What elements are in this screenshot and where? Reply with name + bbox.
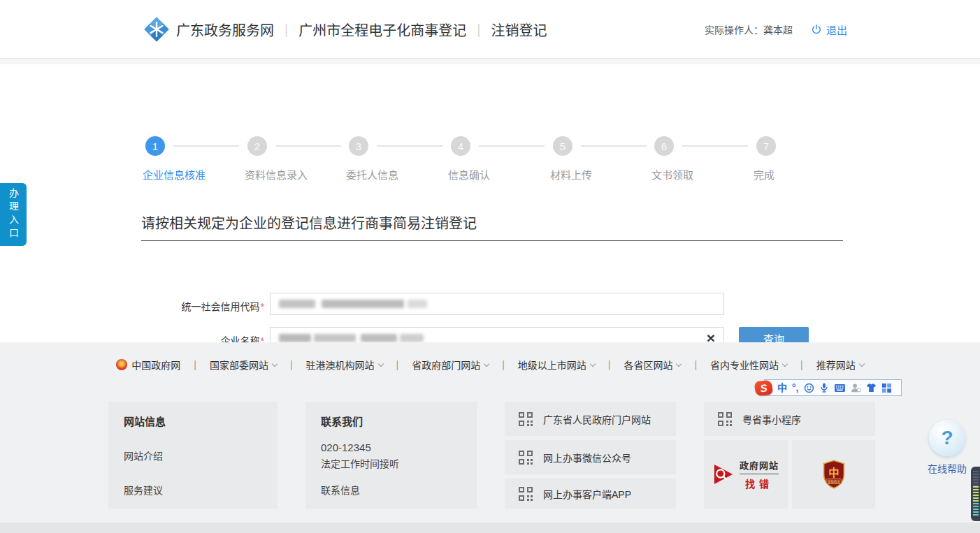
footer-link-specialized[interactable]: 省内专业性网站 [710, 358, 787, 372]
site-intro-link[interactable]: 网站介绍 [124, 448, 262, 462]
ime-account-icon[interactable] [851, 383, 861, 393]
step-1: 1 企业信息核准 [145, 136, 247, 156]
svg-text:党政机关: 党政机关 [828, 479, 840, 484]
credit-code-label: 统一社会信用代码* [6, 299, 264, 313]
operator-name: 实际操作人：龚本超 [705, 22, 793, 36]
qr-gov-portal[interactable]: 广东省人民政府门户网站 [505, 402, 676, 436]
divider [141, 240, 843, 241]
qr-client-app[interactable]: 网上办事客户端APP [505, 479, 676, 509]
step-connector [581, 145, 647, 147]
step-label: 委托人信息 [346, 167, 398, 182]
chevron-down-icon [484, 360, 489, 366]
logout-label: 退出 [826, 22, 847, 37]
title-separator: | [477, 22, 480, 38]
ime-skin-icon[interactable] [866, 383, 877, 393]
entry-portal-tab[interactable]: 办理入口 [0, 183, 27, 246]
site-title: 广东政务服务网 [176, 20, 274, 40]
footer-link-provinces[interactable]: 各省区网站 [624, 358, 681, 372]
qr-wechat-account[interactable]: 网上办事微信公众号 [505, 440, 676, 474]
error-report-text: 政府网站 找错 [740, 458, 779, 490]
question-mark-icon: ? [941, 427, 953, 449]
chevron-down-icon [782, 360, 788, 366]
ime-keyboard-icon[interactable] [834, 384, 846, 393]
ime-lang-toggle-icon[interactable]: 中 [777, 383, 787, 393]
step-connector [377, 145, 442, 147]
meter-segment [973, 471, 979, 486]
step-connector [275, 145, 341, 147]
footer-link-provincial-depts[interactable]: 省政府部门网站 [412, 358, 489, 372]
step-connector [173, 145, 239, 147]
shield-badge-icon: 中 党政机关 [821, 459, 846, 490]
page: 广东政务服务网 | 广州市全程电子化商事登记 | 注销登记 实际操作人：龚本超 … [0, 0, 980, 533]
footer-link-cities[interactable]: 地级以上市网站 [518, 358, 595, 372]
national-emblem-icon [116, 359, 127, 370]
ime-punctuation-icon[interactable]: °, [792, 383, 799, 393]
contact-phone: 020-12345 法定工作时间接听 [321, 439, 461, 472]
page-title: 注销登记 [491, 20, 547, 40]
footer-link-hkmo[interactable]: 驻港澳机构网站 [306, 358, 383, 372]
link-separator: | [694, 359, 697, 370]
step-label: 材料上传 [550, 167, 592, 182]
redacted-value [279, 334, 311, 342]
ime-toolbox-icon[interactable] [881, 383, 892, 393]
online-help-label[interactable]: 在线帮助 [926, 461, 968, 475]
step-connector [479, 145, 545, 147]
contact-box: 联系我们 020-12345 法定工作时间接听 联系信息 [305, 402, 477, 509]
step-label: 企业信息核准 [143, 167, 206, 182]
step-7: 7 完成 [756, 136, 858, 156]
redacted-value [408, 300, 427, 308]
logout-button[interactable]: 退出 [811, 22, 847, 37]
qr-code-icon [517, 449, 534, 466]
required-mark: * [261, 301, 264, 312]
service-suggestion-link[interactable]: 服务建议 [124, 483, 262, 497]
step-number: 7 [756, 136, 776, 156]
svg-text:中: 中 [828, 467, 839, 479]
redacted-value [361, 334, 397, 342]
party-gov-badge[interactable]: 中 党政机关 [792, 440, 875, 509]
step-label: 信息确认 [448, 167, 490, 182]
redacted-value [400, 334, 424, 342]
chevron-down-icon [377, 360, 383, 366]
contact-info-link[interactable]: 联系信息 [321, 483, 461, 497]
instruction-text: 请按相关规定为企业的登记信息进行商事简易注销登记 [141, 212, 477, 233]
gdzwfw-logo-icon [144, 17, 169, 42]
redacted-value [279, 300, 315, 308]
footer-link-ministries[interactable]: 国家部委网站 [210, 358, 277, 372]
step-connector [682, 145, 748, 147]
bottom-strip [0, 523, 980, 533]
meter-segment [973, 486, 979, 503]
footer-link-gov-cn[interactable]: 中国政府网 [116, 358, 180, 372]
main-content: 1 企业信息核准 2 资料信息录入 3 委托人信息 4 信息确认 5 [0, 64, 980, 342]
step-2: 2 资料信息录入 [247, 136, 350, 156]
chevron-down-icon [272, 360, 278, 366]
redacted-value [314, 334, 356, 342]
error-report-link[interactable]: 政府网站 找错 [704, 440, 788, 509]
link-separator: | [290, 359, 293, 370]
footer-link-recommended[interactable]: 推荐网站 [816, 358, 864, 372]
qr-mini-program[interactable]: 粤省事小程序 [704, 402, 875, 436]
step-label: 文书领取 [651, 167, 693, 182]
step-label: 资料信息录入 [245, 167, 308, 182]
online-help-icon[interactable]: ? [929, 420, 965, 456]
link-separator: | [502, 359, 505, 370]
step-label: 完成 [754, 167, 774, 182]
sogou-logo-icon[interactable]: S [754, 379, 773, 396]
ime-emoji-icon[interactable] [804, 383, 814, 393]
step-3: 3 委托人信息 [349, 136, 451, 156]
ime-toolbar: S 中 °, [764, 379, 902, 396]
ime-voice-icon[interactable] [819, 382, 829, 393]
credit-code-input[interactable] [270, 293, 724, 315]
step-number: 2 [247, 136, 267, 156]
audio-level-widget[interactable] [971, 467, 980, 521]
qr-code-icon [517, 485, 534, 502]
error-report-flag-icon [713, 463, 734, 485]
chevron-down-icon [676, 360, 682, 366]
site-info-title: 网站信息 [124, 414, 262, 428]
header: 广东政务服务网 | 广州市全程电子化商事登记 | 注销登记 实际操作人：龚本超 … [0, 0, 980, 59]
header-right: 实际操作人：龚本超 退出 [705, 0, 847, 59]
step-number: 1 [145, 136, 165, 156]
app-title: 广州市全程电子化商事登记 [298, 20, 466, 40]
link-separator: | [396, 359, 399, 370]
step-number: 4 [451, 136, 470, 156]
qr-code-icon [716, 411, 733, 428]
